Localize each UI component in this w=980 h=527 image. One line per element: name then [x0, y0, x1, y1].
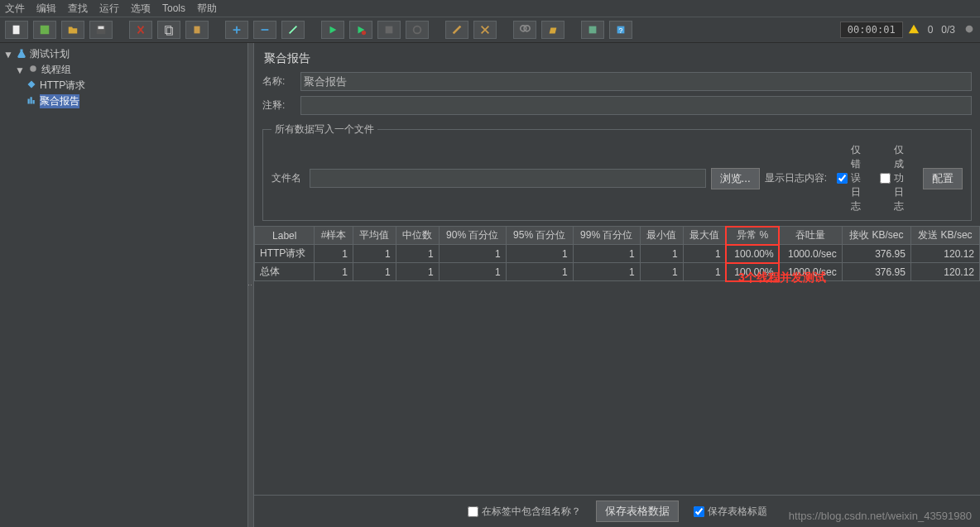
col-header[interactable]: 95% 百分位	[506, 227, 573, 245]
tree-aggreport-label: 聚合报告	[40, 94, 79, 108]
warning-count: 0	[928, 24, 934, 36]
svg-rect-8	[386, 26, 393, 34]
tree-threadgroup[interactable]: ▼ 线程组	[2, 62, 246, 78]
svg-rect-17	[28, 99, 30, 104]
open-button[interactable]	[61, 21, 84, 39]
table-row[interactable]: 总体11111111100.00%1000.0/sec376.95120.12	[255, 263, 980, 281]
gear-icon	[28, 64, 38, 76]
svg-rect-0	[13, 26, 20, 35]
thread-count: 0/3	[941, 24, 955, 36]
report-icon	[26, 95, 36, 108]
menu-options[interactable]: 选项	[131, 2, 151, 16]
search-button[interactable]	[513, 21, 536, 39]
success-only-checkbox[interactable]: 仅成功日志	[880, 143, 913, 213]
tree-httprequest-label: HTTP请求	[40, 79, 85, 93]
svg-point-15	[966, 25, 973, 32]
wand-button[interactable]	[281, 21, 305, 39]
shutdown-button[interactable]	[406, 21, 429, 39]
svg-point-9	[414, 26, 421, 34]
menu-help[interactable]: 帮助	[197, 2, 217, 16]
help-button[interactable]: ?	[609, 21, 632, 39]
col-header[interactable]: 吞吐量	[779, 227, 842, 245]
sampler-icon	[26, 79, 36, 92]
new-button[interactable]	[5, 21, 28, 39]
triangle-icon: ▼	[15, 65, 25, 76]
col-header[interactable]: Label	[255, 227, 315, 245]
filename-input[interactable]	[310, 169, 706, 188]
menu-edit[interactable]: 编辑	[36, 2, 56, 16]
table-row[interactable]: HTTP请求11111111100.00%1000.0/sec376.95120…	[255, 245, 980, 263]
copy-button[interactable]	[157, 21, 180, 39]
main-split: ▼ 测试计划 ▼ 线程组 HTTP请求 聚合报告 ⋮ 聚合报告 名称: 注释:	[0, 43, 980, 527]
triangle-icon: ▼	[3, 49, 13, 60]
menubar: 文件 编辑 查找 运行 选项 Tools 帮助	[0, 0, 980, 17]
svg-rect-19	[33, 100, 35, 104]
paste-button[interactable]	[185, 21, 209, 39]
results-table-wrap: Label#样本平均值中位数90% 百分位95% 百分位99% 百分位最小值最大…	[254, 226, 980, 495]
add-button[interactable]	[225, 21, 248, 39]
tree-root[interactable]: ▼ 测试计划	[2, 46, 246, 62]
col-header[interactable]: 发送 KB/sec	[910, 227, 979, 245]
svg-rect-1	[41, 26, 50, 35]
remove-button[interactable]	[253, 21, 276, 39]
col-header[interactable]: 平均值	[353, 227, 396, 245]
warning-icon	[908, 23, 920, 37]
col-header[interactable]: 99% 百分位	[573, 227, 640, 245]
save-button[interactable]	[89, 21, 113, 39]
menu-find[interactable]: 查找	[68, 2, 88, 16]
save-table-button[interactable]: 保存表格数据	[596, 501, 679, 522]
comment-label: 注释:	[262, 98, 295, 113]
col-header[interactable]: 最大值	[683, 227, 726, 245]
clear-button[interactable]	[445, 21, 468, 39]
start-noload-button[interactable]	[349, 21, 372, 39]
results-table: Label#样本平均值中位数90% 百分位95% 百分位99% 百分位最小值最大…	[254, 226, 980, 281]
col-header[interactable]: 异常 %	[726, 227, 779, 245]
function-helper-button[interactable]	[581, 21, 604, 39]
menu-tools[interactable]: Tools	[162, 2, 185, 14]
menu-run[interactable]: 运行	[99, 2, 119, 16]
elapsed-timer: 00:00:01	[840, 22, 903, 38]
tree-httprequest[interactable]: HTTP请求	[2, 78, 246, 93]
svg-rect-3	[98, 26, 104, 30]
filename-label: 文件名	[271, 171, 305, 185]
reset-search-button[interactable]	[541, 21, 564, 39]
browse-button[interactable]: 浏览...	[711, 168, 760, 189]
clear-all-button[interactable]	[473, 21, 497, 39]
file-legend: 所有数据写入一个文件	[271, 122, 377, 137]
log-label: 显示日志内容:	[765, 171, 827, 185]
name-label: 名称:	[262, 74, 295, 89]
col-header[interactable]: 接收 KB/sec	[842, 227, 910, 245]
svg-point-16	[30, 65, 36, 72]
svg-point-7	[362, 31, 366, 35]
save-header-checkbox[interactable]: 保存表格标题	[694, 505, 767, 519]
menu-file[interactable]: 文件	[5, 2, 25, 16]
svg-rect-18	[31, 97, 32, 103]
include-group-checkbox[interactable]: 在标签中包含组名称？	[468, 505, 581, 519]
col-header[interactable]: #样本	[315, 227, 353, 245]
gear-icon[interactable]	[963, 23, 975, 37]
tree-threadgroup-label: 线程组	[41, 63, 71, 77]
templates-button[interactable]	[33, 21, 56, 39]
error-only-checkbox[interactable]: 仅错误日志	[837, 143, 870, 213]
svg-rect-12	[589, 26, 597, 34]
configure-button[interactable]: 配置	[923, 168, 963, 189]
name-input[interactable]	[300, 72, 972, 91]
svg-text:?: ?	[619, 26, 623, 35]
flask-icon	[17, 48, 26, 60]
toolbar: ? 00:00:01 0 0/3	[0, 17, 980, 43]
svg-rect-6	[195, 26, 200, 34]
col-header[interactable]: 中位数	[396, 227, 439, 245]
col-header[interactable]: 最小值	[640, 227, 683, 245]
panel-title: 聚合报告	[254, 43, 980, 69]
stop-button[interactable]	[377, 21, 401, 39]
start-button[interactable]	[321, 21, 344, 39]
watermark: https://blog.csdn.net/weixin_43591980	[789, 510, 972, 522]
comment-input[interactable]	[300, 96, 972, 115]
annotation-text: 3个线程并发测试	[738, 271, 826, 285]
cut-button[interactable]	[129, 21, 152, 39]
tree-root-label: 测试计划	[30, 47, 70, 61]
tree-aggreport[interactable]: 聚合报告	[2, 93, 246, 109]
test-tree: ▼ 测试计划 ▼ 线程组 HTTP请求 聚合报告	[0, 43, 248, 527]
file-fieldset: 所有数据写入一个文件 文件名 浏览... 显示日志内容: 仅错误日志 仅成功日志…	[262, 122, 972, 221]
col-header[interactable]: 90% 百分位	[439, 227, 506, 245]
